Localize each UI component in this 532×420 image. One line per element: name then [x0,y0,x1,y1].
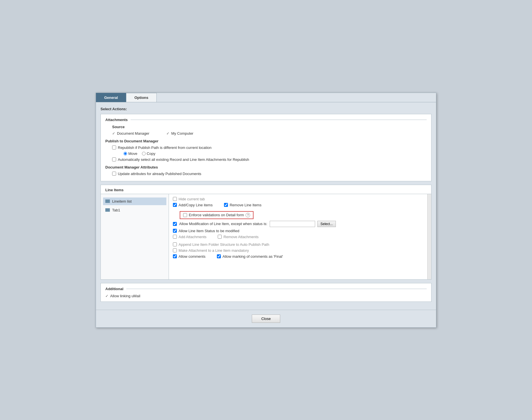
auto-select-checkbox[interactable] [112,157,116,161]
allow-li-status-checkbox[interactable] [173,229,177,233]
scrollbar[interactable] [427,194,431,279]
allow-li-status-label: Allow Line Item Status to be modified [179,229,239,233]
doc-manager-attr-title: Document Manager Attributes [105,165,427,169]
dialog-body: Select Actions: Attachments Source ✓ Doc… [96,102,436,310]
main-dialog: General Options Select Actions: Attachme… [96,93,436,328]
my-computer-label: My Computer [171,131,193,136]
lineitem-list-label: Lineitem list [112,199,132,203]
auto-select-row: Automatically select all existing Record… [112,157,427,162]
allow-marking-checkbox[interactable] [217,254,221,258]
republish-label: Republish if Publish Path is different f… [118,145,211,150]
append-folder-label: Append Line Item Folder Structure to Aut… [179,242,269,247]
add-copy-remove-row: Add/Copy Line items Remove Line Items [173,203,423,209]
lineitem-list-item[interactable]: Lineitem list [103,197,166,205]
source-row: ✓ Document Manager ✓ My Computer [105,131,427,136]
remove-line-label: Remove Line Items [230,203,261,207]
make-mandatory-row: Make Attachment to a Line Item mandatory [173,248,423,253]
tab-options[interactable]: Options [126,93,156,102]
add-attachments-checkbox[interactable] [173,235,177,239]
allow-marking-label: Allow marking of comments as 'Final' [223,254,283,259]
doc-manager-check: ✓ [112,131,115,136]
hide-tab-label: Hide current tab [179,197,205,201]
copy-item: Copy [142,151,155,156]
append-folder-row: Append Line Item Folder Structure to Aut… [173,242,423,247]
add-attachments-label: Add Attachments [179,235,206,239]
dialog-footer: Close [96,310,436,327]
attachments-panel: Attachments Source ✓ Document Manager ✓ … [100,114,432,181]
allow-marking-row: Allow marking of comments as 'Final' [217,254,283,259]
remove-line-checkbox[interactable] [224,203,228,207]
allow-comments-row: Allow comments [173,254,206,259]
add-attachments-row: Add Attachments [173,235,206,239]
add-copy-checkbox[interactable] [173,203,177,207]
copy-radio[interactable] [142,152,146,155]
remove-attachments-label: Remove Attachments [223,235,259,239]
tab1-icon [105,208,110,212]
additional-panel: Additional ✓ Allow linking uMail [100,283,432,302]
enforce-label: Enforce validations on Detail form [189,213,244,217]
make-mandatory-label: Make Attachment to a Line Item mandatory [179,248,249,253]
tab-general[interactable]: General [96,93,126,102]
move-label: Move [128,151,137,156]
attachments-title: Attachments [105,118,128,122]
line-items-inner: Lineitem list Tab1 Hide current tab [101,194,431,279]
close-button[interactable]: Close [252,315,280,323]
tab-bar: General Options [96,93,436,102]
allow-umail-item: ✓ Allow linking uMail [105,294,427,298]
move-radio[interactable] [123,152,127,155]
my-computer-item: ✓ My Computer [166,131,193,136]
status-input[interactable] [270,221,315,227]
my-computer-check: ✓ [166,131,169,136]
additional-title: Additional [105,287,123,291]
publish-title: Publish to Document Manager [105,139,427,143]
allow-comments-checkbox[interactable] [173,254,177,258]
allow-mod-label: Allow Modification of Line Item, except … [179,222,267,226]
select-actions-label: Select Actions: [100,107,432,111]
doc-manager-label: Document Manager [117,131,149,136]
line-items-container: Line Items Lineitem list Tab1 [100,185,432,280]
allow-comments-label: Allow comments [179,254,206,259]
republish-row: Republish if Publish Path is different f… [112,145,427,150]
allow-umail-label: Allow linking uMail [110,294,140,298]
attachments-header: Attachments [105,118,427,122]
move-copy-row: Move Copy [112,151,427,156]
comments-row: Allow comments Allow marking of comments… [173,254,423,260]
line-items-left: Lineitem list Tab1 [101,194,169,279]
add-copy-row: Add/Copy Line items [173,203,213,207]
remove-attachments-checkbox[interactable] [218,235,222,239]
copy-label: Copy [147,151,155,156]
additional-divider [126,289,427,289]
tab1-item[interactable]: Tab1 [103,206,166,214]
update-attr-checkbox[interactable] [112,172,116,176]
allow-umail-check: ✓ [105,294,108,298]
source-title: Source [105,125,427,129]
enforce-checkbox[interactable] [183,213,187,217]
additional-header: Additional [105,287,427,291]
append-folder-checkbox[interactable] [173,242,177,246]
enforce-help-icon[interactable]: ? [246,213,250,217]
allow-mod-row: Allow Modification of Line Item, except … [173,221,423,227]
make-mandatory-checkbox[interactable] [173,248,177,252]
hide-tab-checkbox[interactable] [173,197,177,201]
hide-tab-row: Hide current tab [173,197,423,201]
line-items-title: Line Items [101,185,431,194]
update-attr-row: Update attributes for already Published … [112,172,427,176]
line-items-right: Hide current tab Add/Copy Line items Rem… [169,194,427,279]
doc-manager-item: ✓ Document Manager [112,131,149,136]
attachments-row: Add Attachments Remove Attachments [173,235,423,241]
select-button[interactable]: Select... [317,221,336,227]
republish-checkbox[interactable] [112,145,116,149]
add-copy-label: Add/Copy Line items [179,203,213,207]
remove-attachments-row: Remove Attachments [218,235,259,239]
enforce-box: Enforce validations on Detail form ? [180,211,254,219]
attachments-divider [131,120,427,120]
move-item: Move [123,151,137,156]
update-attr-label: Update attributes for already Published … [118,172,201,176]
lineitem-list-icon [105,199,110,203]
tab1-label: Tab1 [112,208,120,212]
allow-mod-checkbox[interactable] [173,222,177,226]
remove-line-row: Remove Line Items [224,203,261,207]
auto-select-label: Automatically select all existing Record… [118,157,249,162]
allow-li-status-row: Allow Line Item Status to be modified [173,229,423,233]
